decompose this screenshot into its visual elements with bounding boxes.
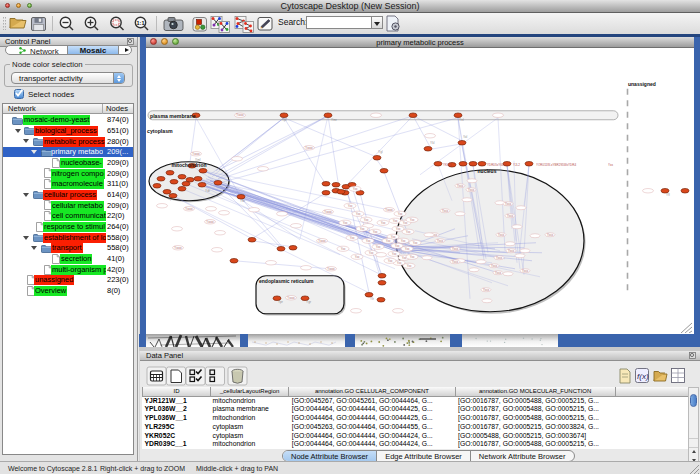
svg-text:Yxxx: Yxxx bbox=[442, 208, 449, 212]
svg-text:Yjl: Yjl bbox=[168, 196, 172, 200]
svg-text:Yxx: Yxx bbox=[360, 226, 365, 230]
svg-text:f(x): f(x) bbox=[637, 371, 649, 380]
svg-text:Yxx: Yxx bbox=[395, 243, 400, 247]
svg-text:Yxx: Yxx bbox=[381, 220, 386, 224]
svg-text:YJL2: YJL2 bbox=[513, 162, 520, 166]
svg-text:Ykl: Ykl bbox=[430, 140, 435, 144]
svg-text:Ymr: Ymr bbox=[331, 117, 338, 121]
svg-text:Yxxxx: Yxxxx bbox=[318, 238, 326, 242]
svg-text:Yxxx: Yxxx bbox=[483, 287, 490, 291]
svg-text:Yxxxx: Yxxxx bbox=[305, 145, 313, 149]
svg-text:1:1: 1:1 bbox=[137, 20, 145, 26]
svg-text:endoplasmic reticulum: endoplasmic reticulum bbox=[259, 277, 314, 283]
svg-text:YDR03xYGL0: YDR03xYGL0 bbox=[487, 162, 506, 166]
svg-text:Yxxxx: Yxxxx bbox=[206, 219, 214, 223]
svg-text:Ygl: Ygl bbox=[378, 149, 383, 153]
svg-text:Yxxx: Yxxx bbox=[452, 259, 459, 263]
svg-text:Yxxxx: Yxxxx bbox=[327, 266, 335, 270]
svg-text:Ylr: Ylr bbox=[370, 296, 375, 300]
svg-text:Yxxx: Yxxx bbox=[507, 213, 514, 217]
svg-text:plasma membrane: plasma membrane bbox=[150, 112, 196, 118]
svg-text:Yxxx: Yxxx bbox=[452, 246, 459, 250]
svg-text:Yxxxx: Yxxxx bbox=[185, 206, 193, 210]
svg-text:Yxx: Yxx bbox=[376, 244, 381, 248]
svg-text:Yxxxx: Yxxxx bbox=[174, 245, 182, 249]
svg-text:Yxx: Yxx bbox=[356, 211, 361, 215]
svg-text:Yxx: Yxx bbox=[348, 203, 353, 207]
svg-text:Yxx: Yxx bbox=[341, 246, 346, 250]
svg-text:cytoplasm: cytoplasm bbox=[147, 127, 173, 133]
svg-text:Yxx: Yxx bbox=[413, 240, 418, 244]
svg-text:Yxx: Yxx bbox=[364, 217, 369, 221]
svg-text:Yxx: Yxx bbox=[406, 229, 411, 233]
svg-text:Yxxx: Yxxx bbox=[508, 248, 515, 252]
svg-text:Yxx: Yxx bbox=[401, 238, 406, 242]
svg-text:Yxxx: Yxxx bbox=[505, 201, 512, 205]
svg-text:Yxx: Yxx bbox=[397, 260, 402, 264]
svg-text:YOR011W-xYBR295WxYDR4: YOR011W-xYBR295WxYDR4 bbox=[536, 162, 576, 166]
svg-text:Yxx: Yxx bbox=[410, 217, 415, 221]
svg-text:Yxxx: Yxxx bbox=[437, 238, 444, 242]
svg-text:Yxx: Yxx bbox=[410, 254, 415, 258]
svg-text:Yxxx: Yxxx bbox=[496, 255, 503, 259]
svg-text:Yxx: Yxx bbox=[608, 162, 614, 166]
svg-text:Yxxxx: Yxxxx bbox=[236, 113, 244, 117]
svg-text:Yxx: Yxx bbox=[393, 218, 398, 222]
svg-text:Yxx: Yxx bbox=[355, 254, 360, 258]
svg-text:Yxxx: Yxxx bbox=[498, 232, 505, 236]
svg-text:Yxx: Yxx bbox=[366, 238, 371, 242]
svg-text:nucleus: nucleus bbox=[478, 168, 497, 174]
svg-text:Yxx: Yxx bbox=[392, 251, 397, 255]
svg-text:Yol: Yol bbox=[463, 134, 468, 138]
svg-text:Yxx: Yxx bbox=[391, 234, 396, 238]
svg-text:Yxxx: Yxxx bbox=[495, 270, 502, 274]
svg-text:mitochondrion: mitochondrion bbox=[172, 161, 207, 167]
svg-text:Ypl: Ypl bbox=[282, 117, 287, 121]
svg-text:Yxxx: Yxxx bbox=[522, 268, 529, 272]
svg-text:Yxx: Yxx bbox=[386, 238, 391, 242]
svg-text:Yxxxx: Yxxxx bbox=[385, 207, 393, 211]
svg-text:Yxxx: Yxxx bbox=[468, 187, 475, 191]
svg-text:Yxx: Yxx bbox=[407, 263, 412, 267]
svg-text:Yxx: Yxx bbox=[396, 226, 401, 230]
svg-text:Yxxx: Yxxx bbox=[457, 183, 464, 187]
svg-text:Yxx: Yxx bbox=[373, 229, 378, 233]
svg-text:Yxx: Yxx bbox=[398, 211, 403, 215]
svg-text:unassigned: unassigned bbox=[628, 80, 656, 86]
svg-text:Yxx: Yxx bbox=[388, 258, 393, 262]
svg-text:Yxx: Yxx bbox=[343, 220, 348, 224]
svg-text:YKL21: YKL21 bbox=[443, 162, 452, 166]
svg-text:Yxx: Yxx bbox=[350, 235, 355, 239]
svg-text:Yxxxx: Yxxxx bbox=[324, 209, 332, 213]
svg-text:Yxxxx: Yxxxx bbox=[287, 295, 295, 299]
svg-text:Yxxx: Yxxx bbox=[547, 232, 554, 236]
svg-text:Yxx: Yxx bbox=[353, 186, 358, 190]
svg-text:Yxx: Yxx bbox=[405, 246, 410, 250]
svg-text:Yxxx: Yxxx bbox=[491, 263, 498, 267]
svg-text:Yfl: Yfl bbox=[666, 192, 670, 196]
svg-text:Ynl: Ynl bbox=[459, 117, 464, 121]
svg-text:Yxxxx: Yxxxx bbox=[192, 151, 200, 155]
svg-text:Yxx: Yxx bbox=[369, 250, 374, 254]
